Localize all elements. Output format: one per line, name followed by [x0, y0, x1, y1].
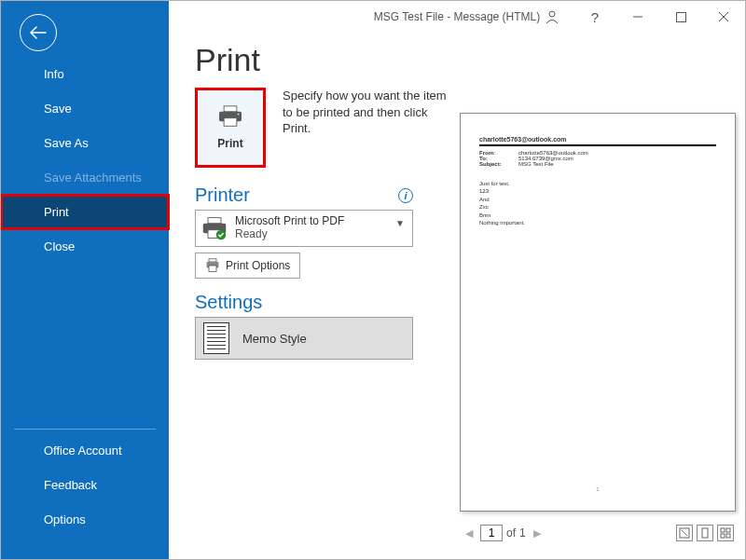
next-page-button[interactable]: ▶ — [530, 526, 545, 541]
sidebar-divider — [14, 429, 156, 430]
printer-info-icon[interactable]: i — [398, 188, 413, 203]
sidebar-item-label: Office Account — [44, 444, 122, 458]
chevron-down-icon: ▼ — [395, 218, 405, 228]
titlebar: MSG Test File - Message (HTML) ? — [169, 1, 745, 33]
preview-subject-label: Subject: — [479, 161, 511, 167]
svg-rect-10 — [224, 118, 237, 127]
one-page-button[interactable] — [697, 525, 713, 541]
preview-footer: ◀ of 1 ▶ — [460, 519, 736, 547]
printer-dropdown[interactable]: Microsoft Print to PDF Ready ▼ — [195, 210, 413, 247]
printer-name: Microsoft Print to PDF — [235, 215, 344, 228]
svg-rect-24 — [726, 534, 730, 538]
preview-body: Just for test. 123 And Zxc Bnm Nothing i… — [479, 180, 716, 226]
actual-size-button[interactable] — [676, 525, 693, 541]
svg-point-11 — [238, 113, 240, 115]
close-icon — [718, 11, 729, 22]
sidebar-item-save[interactable]: Save — [1, 91, 169, 126]
print-options-button[interactable]: Print Options — [195, 253, 300, 279]
sidebar-item-label: Info — [44, 67, 64, 81]
sidebar-item-feedback[interactable]: Feedback — [1, 468, 169, 502]
sidebar-item-print[interactable]: Print — [1, 195, 169, 229]
settings-heading: Settings — [195, 292, 262, 313]
backstage-sidebar: Info Save Save As Save Attachments Print… — [1, 1, 169, 560]
back-button[interactable] — [20, 14, 57, 51]
sidebar-item-close[interactable]: Close — [1, 229, 169, 264]
print-preview-pane: charlotte5763@outlook.com From:charlotte… — [460, 113, 736, 547]
memo-style-tile[interactable]: Memo Style — [195, 317, 413, 360]
memo-style-icon — [203, 322, 229, 354]
svg-rect-23 — [721, 534, 725, 538]
svg-rect-8 — [224, 106, 237, 112]
printer-status: Ready — [235, 228, 344, 241]
printer-heading: Printer — [195, 184, 250, 206]
prev-page-button[interactable]: ◀ — [462, 526, 477, 541]
help-icon: ? — [591, 9, 599, 25]
window-title: MSG Test File - Message (HTML) — [374, 10, 540, 23]
sidebar-item-label: Save Attachments — [44, 171, 142, 184]
multi-page-icon — [720, 527, 731, 539]
svg-rect-7 — [676, 12, 685, 21]
print-button-tile[interactable]: Print — [195, 88, 266, 168]
svg-rect-20 — [702, 528, 708, 538]
actual-size-icon — [679, 527, 690, 539]
account-icon[interactable] — [531, 4, 573, 30]
maximize-icon — [676, 12, 686, 22]
help-button[interactable]: ? — [573, 4, 616, 30]
print-options-icon — [205, 258, 220, 273]
memo-style-label: Memo Style — [242, 332, 307, 346]
sidebar-item-save-as[interactable]: Save As — [1, 126, 169, 160]
sidebar-item-info[interactable]: Info — [1, 57, 169, 91]
svg-rect-22 — [726, 528, 730, 532]
close-button[interactable] — [702, 4, 745, 30]
sidebar-item-label: Print — [44, 205, 69, 219]
print-tile-label: Print — [217, 137, 242, 150]
print-description: Specify how you want the item to be prin… — [283, 88, 450, 168]
sidebar-item-label: Close — [44, 239, 75, 253]
sidebar-item-label: Save — [44, 102, 72, 116]
sidebar-item-office-account[interactable]: Office Account — [1, 433, 169, 468]
sidebar-item-label: Save As — [44, 136, 89, 150]
sidebar-item-label: Options — [44, 512, 86, 526]
back-arrow-icon — [30, 26, 47, 39]
preview-hr — [479, 144, 716, 146]
page-title: Print — [195, 42, 719, 78]
print-options-label: Print Options — [226, 259, 290, 272]
preview-from-display: charlotte5763@outlook.com — [479, 136, 716, 143]
preview-subject-value: MSG Test File — [518, 161, 554, 167]
maximize-button[interactable] — [659, 4, 702, 30]
minimize-button[interactable] — [616, 4, 659, 30]
sidebar-item-label: Feedback — [44, 478, 97, 492]
of-label: of — [506, 526, 516, 540]
multi-page-button[interactable] — [717, 525, 734, 541]
sidebar-item-save-attachments: Save Attachments — [1, 160, 169, 195]
preview-page: charlotte5763@outlook.com From:charlotte… — [460, 113, 736, 512]
svg-rect-12 — [208, 218, 221, 224]
preview-page-number: 1 — [596, 486, 599, 492]
svg-rect-21 — [721, 528, 725, 532]
page-input[interactable] — [480, 525, 503, 541]
svg-point-5 — [549, 11, 555, 17]
total-pages: 1 — [519, 526, 526, 540]
svg-rect-18 — [209, 266, 216, 271]
sidebar-item-options[interactable]: Options — [1, 502, 169, 537]
print-backstage-main: Print Print Specify how you want the ite… — [169, 1, 745, 559]
svg-rect-16 — [209, 259, 216, 262]
printer-icon — [217, 105, 243, 128]
one-page-icon — [699, 527, 711, 539]
person-icon — [545, 9, 560, 24]
minimize-icon — [632, 11, 643, 22]
printer-status-icon — [201, 216, 228, 240]
